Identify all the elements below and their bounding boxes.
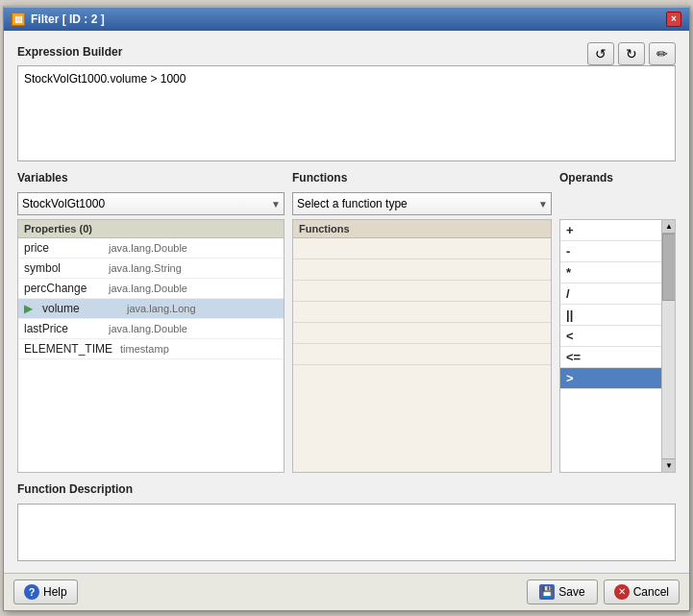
operand-or[interactable]: || — [560, 305, 675, 326]
action-buttons: 💾 Save ✕ Cancel — [527, 579, 680, 604]
list-item[interactable] — [293, 344, 551, 365]
refresh-button[interactable]: ↻ — [618, 42, 645, 65]
prop-name-volume: volume — [42, 302, 119, 315]
table-row-selected[interactable]: ▶ volume java.lang.Long — [18, 299, 284, 319]
scroll-down-button[interactable]: ▼ — [662, 458, 676, 472]
scroll-up-button[interactable]: ▲ — [662, 220, 676, 234]
operands-label: Operands — [559, 171, 676, 185]
prop-type-element-time: timestamp — [120, 343, 169, 355]
prop-name-price: price — [24, 241, 101, 255]
prop-name-percchange: percChange — [24, 282, 101, 295]
functions-label: Functions — [292, 171, 552, 185]
prop-name-symbol: symbol — [24, 261, 101, 275]
close-button[interactable]: × — [666, 12, 681, 27]
scroll-thumb[interactable] — [662, 234, 676, 301]
function-description-box — [17, 504, 676, 561]
operand-greater-than[interactable]: > — [560, 368, 675, 389]
operand-minus[interactable]: - — [560, 241, 675, 262]
prop-name-element-time: ELEMENT_TIME — [24, 342, 112, 356]
function-description-label: Function Description — [17, 482, 676, 496]
operands-scrollbar: ▲ ▼ — [661, 220, 675, 472]
functions-dropdown[interactable]: Select a function type — [292, 192, 552, 215]
prop-type-volume: java.lang.Long — [127, 303, 196, 314]
table-row[interactable]: price java.lang.Double — [18, 238, 284, 259]
operand-plus[interactable]: + — [560, 220, 675, 241]
prop-type-price: java.lang.Double — [109, 242, 187, 254]
selected-arrow-icon: ▶ — [24, 302, 33, 315]
help-button[interactable]: ? Help — [13, 579, 78, 604]
dialog-icon: ▤ — [12, 12, 25, 26]
list-item[interactable] — [293, 259, 551, 281]
filter-dialog: ▤ Filter [ ID : 2 ] × Expression Builder… — [3, 6, 690, 611]
functions-list-header: Functions — [293, 220, 551, 238]
title-bar-left: ▤ Filter [ ID : 2 ] — [12, 12, 105, 26]
operand-less-than[interactable]: < — [560, 326, 675, 347]
edit-icon: ✏ — [656, 46, 668, 62]
expression-header-row: Expression Builder ↺ ↻ ✏ — [17, 42, 676, 65]
save-button[interactable]: 💾 Save — [527, 579, 597, 604]
dialog-title: Filter [ ID : 2 ] — [31, 12, 105, 26]
title-bar: ▤ Filter [ ID : 2 ] × — [4, 8, 689, 31]
properties-header: Properties (0) — [18, 220, 284, 238]
prop-type-lastprice: java.lang.Double — [109, 323, 187, 334]
help-icon: ? — [24, 584, 39, 600]
properties-table: Properties (0) price java.lang.Double sy… — [17, 219, 285, 473]
functions-list: Functions — [292, 219, 552, 473]
function-description-section: Function Description — [17, 482, 676, 561]
variables-label: Variables — [17, 171, 285, 185]
variables-dropdown[interactable]: StockVolGt1000 — [17, 192, 285, 215]
operands-column: Operands + - * / || < <= > ▲ — [559, 171, 676, 473]
main-content: Expression Builder ↺ ↻ ✏ StockVolGt1000.… — [4, 31, 689, 573]
scroll-track — [662, 234, 675, 458]
list-item[interactable] — [293, 323, 551, 344]
three-column-area: Variables StockVolGt1000 ▼ Properties (0… — [17, 171, 676, 473]
list-item[interactable] — [293, 281, 551, 302]
toolbar-buttons: ↺ ↻ ✏ — [587, 42, 676, 65]
expression-builder-label: Expression Builder — [17, 45, 122, 59]
save-label: Save — [558, 585, 584, 599]
functions-column: Functions Select a function type ▼ Funct… — [292, 171, 552, 473]
undo-button[interactable]: ↺ — [587, 42, 614, 65]
cancel-label: Cancel — [633, 585, 669, 599]
expression-content: StockVolGt1000.volume > 1000 — [24, 72, 186, 86]
table-row[interactable]: percChange java.lang.Double — [18, 279, 284, 299]
table-row[interactable]: lastPrice java.lang.Double — [18, 319, 284, 339]
operand-less-equal[interactable]: <= — [560, 347, 675, 368]
operand-divide[interactable]: / — [560, 283, 675, 305]
refresh-icon: ↻ — [626, 46, 637, 62]
operands-list: + - * / || < <= > ▲ ▼ — [559, 219, 676, 473]
expression-builder-section: Expression Builder ↺ ↻ ✏ StockVolGt1000.… — [17, 42, 676, 161]
table-row[interactable]: ELEMENT_TIME timestamp — [18, 339, 284, 359]
undo-icon: ↺ — [595, 46, 606, 62]
help-label: Help — [43, 585, 67, 599]
table-row[interactable]: symbol java.lang.String — [18, 259, 284, 279]
functions-dropdown-wrapper: Select a function type ▼ — [292, 192, 552, 215]
variables-dropdown-wrapper: StockVolGt1000 ▼ — [17, 192, 285, 215]
list-item[interactable] — [293, 302, 551, 323]
list-item[interactable] — [293, 238, 551, 259]
prop-type-percchange: java.lang.Double — [109, 283, 187, 294]
save-icon: 💾 — [539, 584, 555, 600]
prop-name-lastprice: lastPrice — [24, 322, 101, 335]
bottom-bar: ? Help 💾 Save ✕ Cancel — [4, 573, 689, 610]
operand-multiply[interactable]: * — [560, 262, 675, 283]
expression-textarea[interactable]: StockVolGt1000.volume > 1000 — [17, 65, 676, 161]
cancel-icon: ✕ — [614, 584, 630, 600]
variables-column: Variables StockVolGt1000 ▼ Properties (0… — [17, 171, 285, 473]
cancel-button[interactable]: ✕ Cancel — [604, 579, 680, 604]
edit-button[interactable]: ✏ — [649, 42, 676, 65]
prop-type-symbol: java.lang.String — [109, 262, 182, 274]
